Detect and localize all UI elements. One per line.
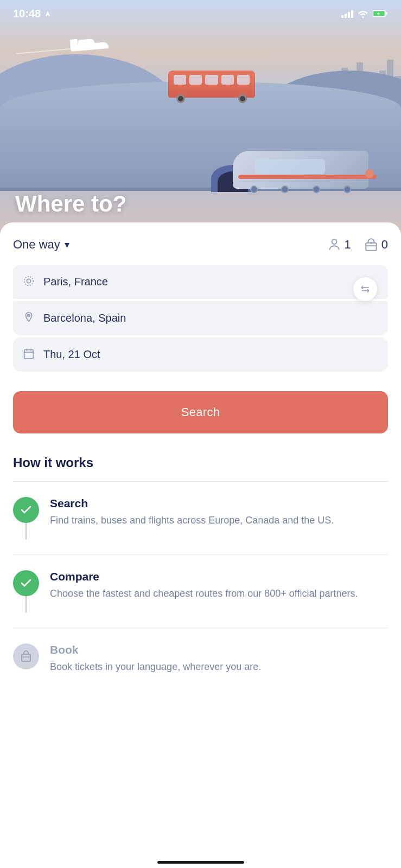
home-indicator [157, 861, 244, 864]
step-3-content: Book Book tickets in your language, wher… [50, 643, 388, 674]
step-1-icon [13, 497, 39, 523]
search-button[interactable]: Search [13, 391, 388, 433]
hero-title: Where to? [15, 191, 126, 217]
how-it-works-title: How it works [13, 455, 388, 470]
search-fields: Paris, France Barcelona, Spain [13, 265, 388, 372]
step-search: Search Find trains, buses and flights ac… [13, 482, 388, 554]
step-compare: Compare Choose the fastest and cheapest … [13, 555, 388, 628]
bag-count[interactable]: 0 [364, 238, 388, 252]
battery-icon [373, 10, 388, 17]
bus [168, 71, 255, 103]
trip-type-row: One way ▾ 1 0 [13, 238, 388, 252]
to-field[interactable]: Barcelona, Spain [13, 301, 388, 335]
step-connector-2 [26, 596, 27, 612]
svg-rect-2 [386, 12, 387, 15]
svg-point-0 [362, 16, 364, 18]
calendar-icon [23, 348, 35, 362]
svg-point-4 [332, 239, 336, 244]
swap-button[interactable] [353, 277, 377, 301]
from-text: Paris, France [43, 276, 108, 288]
swap-icon [360, 284, 370, 294]
checkmark-icon [20, 503, 33, 516]
trip-type-selector[interactable]: One way ▾ [13, 238, 69, 252]
location-circle-icon [23, 275, 35, 287]
from-field[interactable]: Paris, France [13, 265, 388, 299]
train [227, 140, 368, 189]
trip-type-label: One way [13, 238, 60, 252]
svg-point-9 [24, 276, 34, 285]
step-2-icon [13, 570, 39, 596]
bag-number: 0 [381, 238, 388, 252]
hero-section: Where to? [0, 0, 401, 233]
main-content: One way ▾ 1 0 [0, 222, 401, 857]
how-it-works: How it works Search Find trains, buses a… [13, 455, 388, 690]
bag-icon [364, 238, 378, 252]
trip-options: 1 0 [327, 238, 389, 252]
step-3-desc: Book tickets in your language, wherever … [50, 660, 388, 674]
step-1-desc: Find trains, buses and flights across Eu… [50, 513, 388, 528]
to-text: Barcelona, Spain [43, 312, 126, 324]
location-arrow-icon [44, 10, 52, 17]
step-2-title: Compare [50, 570, 388, 583]
calendar-svg-icon [23, 348, 35, 360]
step-3-icon [13, 643, 39, 669]
status-bar: 10:48 [0, 0, 401, 27]
step-2-desc: Choose the fastest and cheapest routes f… [50, 586, 388, 601]
step-connector-1 [26, 523, 27, 539]
to-icon [23, 311, 35, 326]
person-icon [327, 238, 341, 252]
wifi-icon [358, 9, 368, 18]
date-field[interactable]: Thu, 21 Oct [13, 337, 388, 372]
step-book: Book Book tickets in your language, wher… [13, 628, 388, 690]
passenger-count[interactable]: 1 [327, 238, 351, 252]
svg-rect-13 [24, 349, 34, 359]
svg-rect-17 [22, 654, 30, 661]
destination-pin-icon [23, 311, 35, 323]
svg-rect-5 [366, 243, 377, 251]
passenger-number: 1 [345, 238, 351, 252]
step-1-title: Search [50, 497, 388, 510]
chevron-down-icon: ▾ [65, 239, 69, 251]
svg-point-12 [28, 314, 30, 317]
svg-point-8 [27, 279, 30, 283]
suitcase-icon [20, 650, 33, 663]
step-3-title: Book [50, 643, 388, 656]
status-icons [341, 9, 388, 18]
date-text: Thu, 21 Oct [43, 348, 100, 361]
step-1-content: Search Find trains, buses and flights ac… [50, 497, 388, 528]
step-2-content: Compare Choose the fastest and cheapest … [50, 570, 388, 601]
checkmark-2-icon [20, 577, 33, 590]
status-time: 10:48 [13, 8, 52, 20]
signal-icon [341, 9, 353, 18]
from-icon [23, 275, 35, 289]
